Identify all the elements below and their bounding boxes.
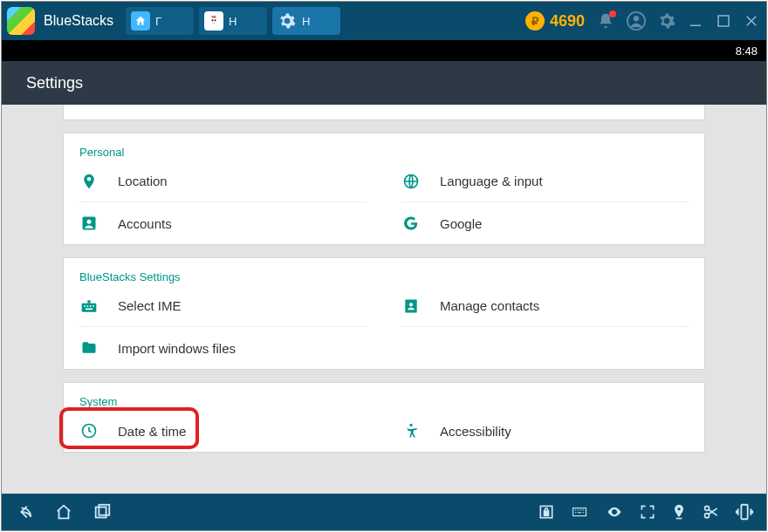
shake-icon[interactable] [735,502,754,522]
row-label: Select IME [118,298,182,313]
row-label: Accessibility [440,424,511,439]
close-button[interactable] [744,13,759,29]
empty-cell [401,327,689,369]
scissors-icon[interactable] [702,503,721,521]
card-strip [63,105,705,120]
row-label: Accounts [118,216,172,231]
back-icon[interactable] [14,502,37,522]
svg-rect-11 [87,300,90,303]
location-icon[interactable] [670,503,688,521]
svg-point-1 [211,19,213,21]
keyboard-icon [79,297,99,316]
svg-rect-27 [676,518,682,520]
rotation-lock-icon[interactable] [538,503,555,521]
settings-header: Settings [2,61,766,105]
section-title: System [79,395,689,408]
row-label: Location [118,174,168,188]
clock: 8:48 [736,44,758,58]
bell-icon[interactable] [597,12,614,30]
tab-settings[interactable]: H [272,7,340,35]
row-date-time[interactable]: Date & time [79,410,367,452]
tab-app[interactable]: H [199,7,267,35]
account-box-icon [79,214,99,233]
tab-label: Г [155,15,161,28]
row-google[interactable]: Google [401,202,689,244]
row-label: Import windows files [118,341,236,356]
navigation-bar [2,494,766,530]
row-select-ime[interactable]: Select IME [79,285,367,327]
coin-balance[interactable]: ₽ 4690 [525,11,585,31]
svg-point-18 [409,303,413,306]
svg-rect-24 [545,511,549,515]
app-title: BlueStacks [44,13,113,29]
titlebar: BlueStacks Г H H [2,2,766,40]
section-title: Personal [79,146,689,159]
svg-rect-14 [90,305,92,307]
svg-point-26 [614,511,616,514]
svg-rect-16 [86,308,93,310]
android-statusbar: 8:48 [2,40,766,61]
clock-icon [79,421,99,440]
contacts-icon [401,297,421,316]
section-system: System Date & time Accessibility [63,382,705,453]
home-icon [131,11,150,31]
row-label: Manage contacts [440,298,539,313]
row-location[interactable]: Location [79,160,367,202]
google-icon [401,214,421,233]
chicken-icon [204,11,223,31]
tab-label: H [229,15,237,28]
svg-point-9 [87,220,92,224]
svg-rect-30 [741,505,747,520]
location-icon [79,172,99,191]
svg-rect-10 [82,303,97,311]
tab-strip: Г H H [126,7,340,35]
folder-icon [79,338,99,358]
tab-home[interactable]: Г [126,7,194,35]
app-window: BlueStacks Г H H [1,1,767,531]
section-personal: Personal Location Language & input [63,133,705,245]
svg-rect-21 [96,508,106,518]
coin-amount: 4690 [550,12,585,31]
gear-icon [278,11,297,31]
row-accounts[interactable]: Accounts [79,202,367,244]
svg-rect-25 [573,508,586,516]
svg-rect-15 [93,305,94,307]
svg-point-20 [409,424,412,426]
content-area: Personal Location Language & input [2,105,766,494]
tab-label: H [302,15,310,28]
minimize-button[interactable] [688,13,703,29]
eye-icon[interactable] [604,504,625,520]
svg-rect-6 [718,16,729,26]
row-label: Date & time [118,424,186,439]
svg-rect-5 [690,25,701,27]
fullscreen-icon[interactable] [639,503,656,521]
accessibility-icon [401,421,421,440]
row-language[interactable]: Language & input [401,160,689,202]
account-icon[interactable] [627,11,646,31]
svg-point-0 [209,17,219,27]
svg-point-4 [634,16,639,21]
row-manage-contacts[interactable]: Manage contacts [401,285,689,327]
maximize-button[interactable] [716,13,731,29]
coin-icon: ₽ [525,11,545,31]
keyboard-icon[interactable] [569,504,590,520]
home-icon[interactable] [52,502,75,522]
svg-point-28 [705,506,710,510]
svg-point-29 [705,514,710,518]
page-title: Settings [26,74,83,92]
section-bluestacks: BlueStacks Settings Select IME Manage co… [63,257,705,370]
row-label: Google [440,216,482,231]
titlebar-right: ₽ 4690 [525,11,759,31]
section-title: BlueStacks Settings [79,270,689,283]
row-import-files[interactable]: Import windows files [79,327,367,369]
recents-icon[interactable] [91,502,113,522]
globe-icon [401,172,421,191]
svg-rect-22 [99,505,109,515]
svg-rect-13 [87,305,89,307]
row-label: Language & input [440,174,543,188]
bluestacks-logo-icon [7,7,35,35]
gear-icon[interactable] [658,12,675,30]
row-accessibility[interactable]: Accessibility [401,410,689,452]
svg-rect-12 [84,305,86,307]
svg-point-2 [214,19,216,21]
